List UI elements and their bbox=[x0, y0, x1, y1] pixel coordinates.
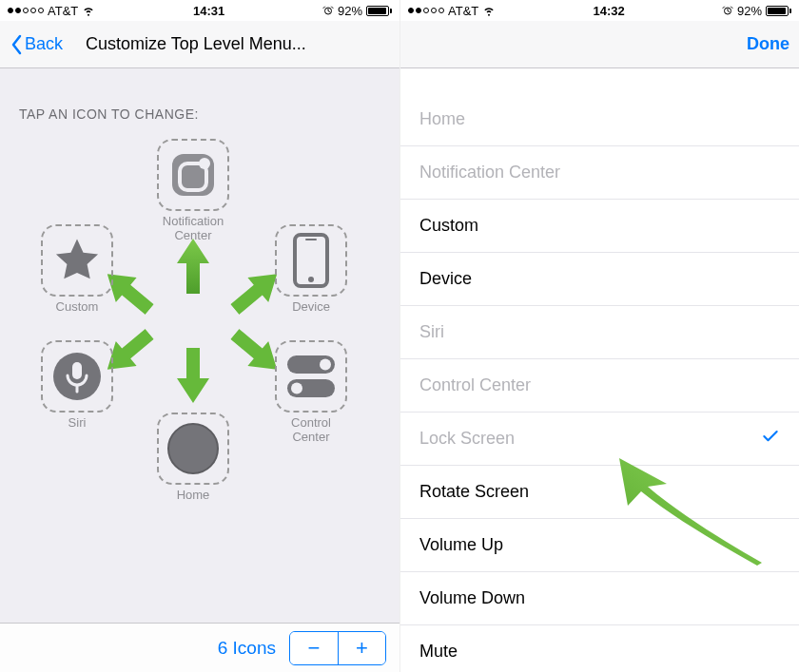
slot-notification-center[interactable]: Notification Center bbox=[154, 139, 232, 243]
list-item[interactable]: Siri bbox=[400, 306, 799, 359]
slot-label: Siri bbox=[38, 416, 116, 431]
home-button-icon bbox=[166, 421, 221, 476]
list-item[interactable]: Custom bbox=[400, 200, 799, 253]
list-item-label: Mute bbox=[419, 642, 458, 662]
list-item-label: Home bbox=[419, 109, 465, 129]
carrier-label: AT&T bbox=[48, 4, 78, 18]
arrow-down-icon bbox=[177, 348, 209, 403]
list-item[interactable]: Lock Screen bbox=[400, 413, 799, 466]
list-item[interactable]: Rotate Screen bbox=[400, 466, 799, 519]
status-bar: AT&T 14:32 92% bbox=[400, 0, 799, 21]
list-item[interactable]: Device bbox=[400, 253, 799, 306]
nav-bar: Back Customize Top Level Menu... bbox=[0, 21, 400, 68]
slot-label: Home bbox=[154, 489, 232, 503]
signal-dots-icon bbox=[408, 8, 444, 13]
nav-bar: Done bbox=[400, 21, 799, 68]
battery-pct: 92% bbox=[338, 4, 362, 18]
svg-rect-6 bbox=[305, 239, 317, 240]
slot-label: Custom bbox=[38, 300, 116, 315]
wifi-icon bbox=[482, 4, 496, 17]
status-bar: AT&T 14:31 92% bbox=[0, 0, 400, 21]
list-item[interactable]: Notification Center bbox=[400, 146, 799, 200]
list-item[interactable]: Control Center bbox=[400, 359, 799, 413]
slot-custom[interactable]: Custom bbox=[38, 224, 116, 315]
svg-point-10 bbox=[320, 359, 331, 371]
slot-label: Notification Center bbox=[154, 215, 232, 243]
star-icon bbox=[51, 235, 103, 286]
stepper-plus-button[interactable]: + bbox=[338, 632, 385, 664]
back-label: Back bbox=[25, 34, 63, 54]
list-item-label: Volume Up bbox=[419, 535, 503, 555]
microphone-icon bbox=[51, 351, 103, 402]
list-item-label: Control Center bbox=[419, 375, 531, 395]
wifi-icon bbox=[82, 4, 95, 17]
back-button[interactable]: Back bbox=[10, 34, 63, 55]
slot-home[interactable]: Home bbox=[154, 413, 232, 503]
list-item-label: Lock Screen bbox=[419, 429, 515, 449]
battery-icon bbox=[766, 6, 791, 16]
customize-body: TAP AN ICON TO CHANGE: Notification Cent… bbox=[0, 68, 400, 672]
alarm-icon bbox=[722, 5, 733, 16]
option-list-body: HomeNotification CenterCustomDeviceSiriC… bbox=[400, 68, 799, 672]
list-item-label: Device bbox=[419, 269, 472, 289]
svg-rect-8 bbox=[72, 362, 82, 379]
list-item-label: Rotate Screen bbox=[419, 482, 529, 502]
section-caption: TAP AN ICON TO CHANGE: bbox=[0, 68, 400, 139]
carrier-label: AT&T bbox=[448, 4, 478, 18]
svg-point-3 bbox=[199, 158, 210, 169]
icon-count-label: 6 Icons bbox=[218, 638, 276, 659]
device-icon bbox=[292, 233, 330, 288]
list-item[interactable]: Home bbox=[400, 93, 799, 146]
list-item-label: Notification Center bbox=[419, 163, 560, 182]
list-item-label: Custom bbox=[419, 216, 478, 236]
svg-point-5 bbox=[308, 277, 314, 282]
icon-count-stepper: − + bbox=[289, 631, 386, 665]
arrow-up-icon bbox=[177, 239, 209, 294]
status-time: 14:32 bbox=[593, 4, 624, 18]
slot-label: Device bbox=[272, 300, 350, 315]
list-item[interactable]: Volume Up bbox=[400, 519, 799, 572]
stepper-minus-button[interactable]: − bbox=[290, 632, 338, 664]
option-list[interactable]: HomeNotification CenterCustomDeviceSiriC… bbox=[400, 68, 799, 672]
list-item[interactable]: Volume Down bbox=[400, 572, 799, 625]
checkmark-icon bbox=[761, 427, 780, 451]
icon-layout: Notification Center Custom Device Siri bbox=[0, 139, 400, 623]
control-center-icon bbox=[283, 352, 339, 401]
left-screen: AT&T 14:31 92% Back Customize Top Level … bbox=[0, 0, 400, 672]
slot-label: Control Center bbox=[272, 416, 350, 445]
status-time: 14:31 bbox=[193, 4, 224, 18]
alarm-icon bbox=[322, 5, 334, 16]
right-screen: AT&T 14:32 92% Done HomeNotification Cen… bbox=[400, 0, 799, 672]
list-item-label: Siri bbox=[419, 322, 444, 342]
signal-dots-icon bbox=[8, 8, 44, 13]
page-title: Customize Top Level Menu... bbox=[86, 34, 390, 54]
list-item-label: Volume Down bbox=[419, 588, 525, 608]
battery-icon bbox=[366, 6, 392, 16]
bottom-toolbar: 6 Icons − + bbox=[0, 623, 400, 672]
slot-device[interactable]: Device bbox=[272, 224, 350, 315]
done-button[interactable]: Done bbox=[747, 34, 789, 54]
list-item[interactable]: Mute bbox=[400, 625, 799, 672]
battery-pct: 92% bbox=[737, 4, 762, 18]
slot-siri[interactable]: Siri bbox=[38, 340, 116, 431]
notification-center-icon bbox=[166, 148, 220, 202]
slot-control-center[interactable]: Control Center bbox=[272, 340, 350, 445]
svg-point-12 bbox=[291, 383, 302, 394]
